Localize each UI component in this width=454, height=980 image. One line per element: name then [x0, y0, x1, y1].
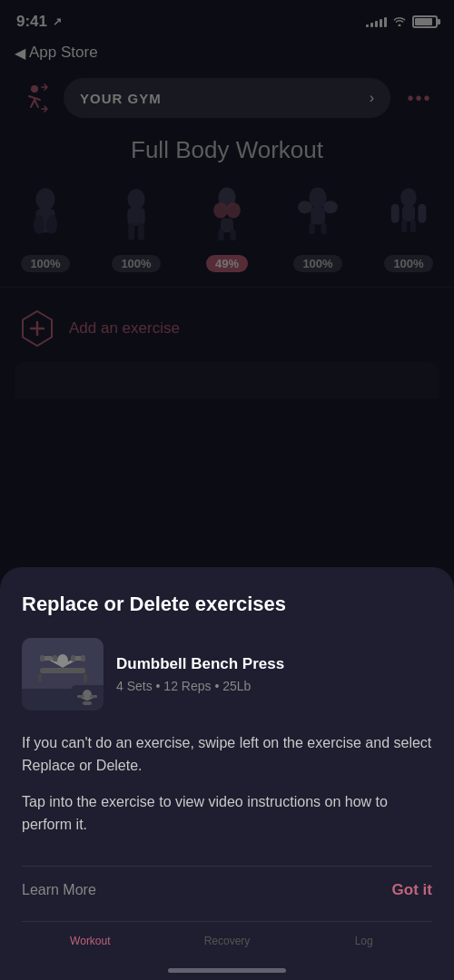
svg-rect-49 [83, 701, 92, 705]
got-it-button[interactable]: Got it [392, 881, 432, 899]
svg-rect-47 [77, 695, 84, 698]
exercise-info: Dumbbell Bench Press 4 Sets • 12 Reps • … [116, 655, 284, 693]
svg-rect-33 [38, 673, 42, 682]
svg-rect-43 [81, 655, 85, 662]
tab-workout-label: Workout [70, 935, 110, 947]
tab-recovery-label: Recovery [204, 935, 251, 947]
exercise-name: Dumbbell Bench Press [116, 655, 284, 673]
exercise-card: Dumbbell Bench Press 4 Sets • 12 Reps • … [22, 638, 432, 710]
svg-rect-41 [53, 655, 57, 662]
learn-more-button[interactable]: Learn More [22, 882, 96, 898]
exercise-thumbnail [22, 638, 104, 710]
tab-recovery[interactable]: Recovery [159, 935, 296, 947]
exercise-meta: 4 Sets • 12 Reps • 25Lb [116, 679, 284, 693]
svg-rect-48 [90, 695, 97, 698]
tab-workout[interactable]: Workout [22, 935, 159, 947]
svg-rect-42 [71, 655, 75, 662]
sheet-description: If you can't do an exercise, swipe left … [22, 732, 432, 837]
exercise-thumb-small [71, 685, 104, 710]
bottom-sheet: Replace or Delete exercises [0, 567, 454, 980]
svg-rect-34 [84, 673, 87, 682]
sheet-actions: Learn More Got it [22, 866, 432, 921]
svg-rect-32 [40, 668, 85, 673]
tab-log-label: Log [355, 935, 373, 947]
tab-log[interactable]: Log [295, 935, 432, 947]
home-indicator [168, 968, 286, 973]
svg-rect-40 [40, 655, 44, 662]
exercise-thumb-main [22, 638, 104, 689]
sheet-title: Replace or Delete exercises [22, 593, 432, 616]
